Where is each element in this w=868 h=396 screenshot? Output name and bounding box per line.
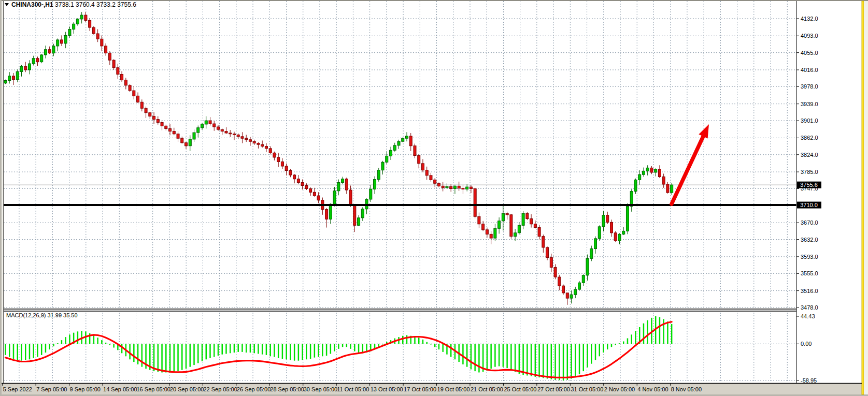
- yellow-edge-marker: [862, 1, 864, 394]
- window-edge-right: [864, 1, 868, 394]
- indicator-pane[interactable]: [4, 311, 796, 383]
- price-scale[interactable]: [797, 1, 862, 383]
- chart-window: 4132.04093.04055.04016.03978.03939.03901…: [0, 0, 868, 396]
- chart-title: CHINA300-,H1 3738.1 3760.4 3733.2 3755.6: [11, 1, 136, 8]
- time-scale[interactable]: [2, 384, 862, 394]
- chart-canvas: 4132.04093.04055.04016.03978.03939.03901…: [0, 0, 868, 396]
- indicator-name: MACD(12,26,9): [6, 312, 46, 318]
- window-border-left: [0, 0, 2, 396]
- main-chart-pane[interactable]: [4, 1, 796, 309]
- ohlc-values: 3738.1 3760.4 3733.2 3755.6: [55, 1, 136, 8]
- symbol-period-label: CHINA300-,H1: [11, 1, 53, 8]
- chart-dropdown-icon[interactable]: [5, 3, 9, 6]
- window-edge-left: [2, 1, 4, 394]
- indicator-values: 31.99 35.50: [47, 312, 77, 318]
- indicator-label: MACD(12,26,9) 31.99 35.50: [6, 312, 78, 318]
